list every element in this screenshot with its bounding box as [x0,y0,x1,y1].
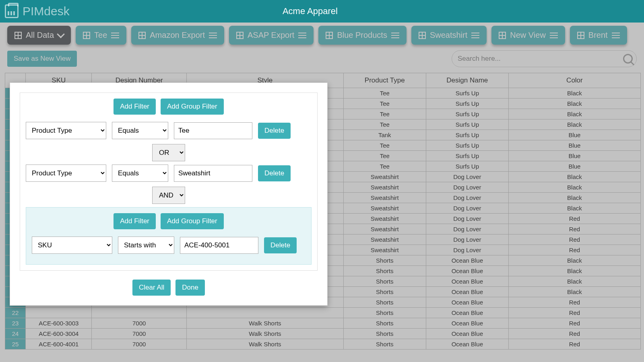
filter-operator-select[interactable]: EqualsStarts withContainsEnds with [118,237,174,254]
app-logo: PIMdesk [5,4,70,18]
filter-field-select[interactable]: Product TypeSKUDesign NumberStyleDesign … [32,237,112,254]
filter-modal: Add Filter Add Group Filter Product Type… [10,82,328,306]
filter-logic-row: ORAND [26,187,312,204]
clear-all-button[interactable]: Clear All [132,280,171,296]
logo-icon [5,4,19,18]
delete-filter-button[interactable]: Delete [258,165,291,181]
filter-outer-group: Add Filter Add Group Filter Product Type… [20,93,318,271]
filter-modal-footer: Clear All Done [20,280,318,296]
filter-field-select[interactable]: Product TypeSKUDesign NumberStyleDesign … [26,122,106,139]
filter-row: Product TypeSKUDesign NumberStyleDesign … [32,237,305,254]
filter-logic-row: ORAND [26,144,312,161]
delete-filter-button[interactable]: Delete [264,237,297,253]
workspace-title: Acme Apparel [70,6,551,16]
done-button[interactable]: Done [175,280,205,296]
add-filter-button[interactable]: Add Filter [114,99,156,115]
app-header: PIMdesk Acme Apparel [0,0,644,23]
add-group-filter-button[interactable]: Add Group Filter [161,213,224,229]
logo-text: PIMdesk [23,4,70,18]
filter-field-select[interactable]: Product TypeSKUDesign NumberStyleDesign … [26,165,106,182]
filter-value-input[interactable] [174,165,252,182]
filter-operator-select[interactable]: EqualsStarts withContainsEnds with [112,122,168,139]
filter-operator-select[interactable]: EqualsStarts withContainsEnds with [112,165,168,182]
filter-value-input[interactable] [180,237,258,254]
filter-nested-group: Add Filter Add Group Filter Product Type… [26,207,312,265]
filter-logic-select[interactable]: ORAND [152,144,185,161]
filter-top-actions: Add Filter Add Group Filter [26,99,312,115]
add-filter-button[interactable]: Add Filter [114,213,156,229]
filter-row: Product TypeSKUDesign NumberStyleDesign … [26,165,312,182]
add-group-filter-button[interactable]: Add Group Filter [161,99,224,115]
delete-filter-button[interactable]: Delete [258,123,291,139]
filter-logic-select[interactable]: ORAND [152,187,185,204]
filter-group-actions: Add Filter Add Group Filter [32,213,305,229]
filter-row: Product TypeSKUDesign NumberStyleDesign … [26,122,312,139]
filter-value-input[interactable] [174,122,252,139]
